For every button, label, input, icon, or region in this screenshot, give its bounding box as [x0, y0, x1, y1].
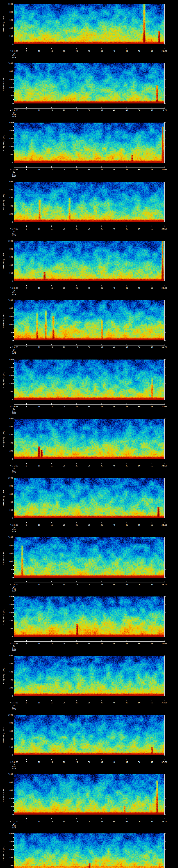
y-axis-tick — [165, 91, 165, 92]
time-axis-tick — [52, 700, 52, 701]
x-tick-label: 45 — [125, 465, 128, 467]
time-axis-tick — [39, 700, 39, 701]
y-axis-tick — [13, 549, 14, 550]
time-axis-tick — [39, 522, 39, 523]
y-axis-title: Frequency (Hz) — [3, 846, 4, 862]
y-axis-tick — [13, 482, 14, 482]
time-axis-tick — [52, 166, 52, 167]
y-axis-tick — [165, 383, 166, 384]
y-tick-label: 600 — [5, 256, 13, 258]
y-tick-label: 400 — [5, 27, 13, 29]
y-axis-tick — [13, 4, 14, 4]
y-tick-label: 800 — [5, 307, 13, 309]
spectrogram-panel: Frequency (Hz)02004006008001000510152025… — [0, 533, 178, 593]
y-axis-tick — [165, 435, 166, 435]
time-axis-tick — [14, 344, 14, 345]
time-axis-tick — [26, 640, 27, 642]
time-axis-tick — [89, 818, 89, 819]
y-axis-tick — [165, 427, 166, 427]
y-axis-tick — [165, 537, 166, 537]
x-tick-label: 25 — [76, 228, 78, 230]
time-axis-tick — [139, 759, 140, 760]
y-axis-tick — [13, 565, 14, 565]
x-tick-label: 50 — [138, 406, 140, 408]
date-line: 2016 — [9, 294, 19, 296]
date-label: 24Oct2016 — [9, 53, 19, 59]
x-tick-label: 10 — [38, 702, 40, 704]
y-axis-tick — [165, 498, 165, 498]
time-axis-tick — [126, 818, 127, 819]
y-axis-tick — [13, 383, 14, 384]
y-axis-tick — [165, 71, 166, 71]
date-label: 24Oct2016 — [9, 705, 19, 710]
y-axis-tick — [165, 392, 166, 392]
time-axis-tick — [26, 403, 27, 404]
y-tick-label: 1000 — [5, 536, 13, 538]
y-axis-tick — [13, 122, 14, 123]
time-axis-tick — [101, 48, 102, 49]
x-tick-label: 30 — [88, 702, 90, 704]
x-tick-label: 55 — [151, 110, 153, 111]
y-axis-left — [14, 537, 14, 578]
time-axis-tick — [164, 640, 165, 642]
time-axis — [14, 345, 165, 345]
time-axis-tick — [39, 818, 39, 819]
y-axis-left — [14, 774, 14, 815]
x-tick-label: 35 — [100, 761, 103, 763]
time-axis-tick — [114, 225, 114, 227]
y-tick-label: 200 — [5, 509, 13, 511]
time-axis-tick — [89, 166, 89, 167]
y-axis-tick — [13, 24, 14, 24]
y-axis-tick — [165, 222, 166, 222]
y-tick-label: 800 — [5, 367, 13, 369]
y-tick-label: 1000 — [5, 299, 13, 301]
time-axis-tick — [39, 285, 39, 286]
time-axis-tick — [152, 640, 152, 642]
y-tick-label: 1000 — [5, 181, 13, 183]
y-axis-title: Frequency (Hz) — [3, 786, 4, 802]
x-tick-label: 40 — [113, 228, 115, 230]
y-tick-label: 1000 — [5, 62, 13, 64]
x-tick-label: 45 — [125, 287, 128, 289]
y-axis-tick — [13, 155, 14, 155]
y-axis-left — [14, 478, 14, 518]
x-tick-label: 15 — [51, 287, 53, 289]
end-time-label: 27:00 — [161, 169, 167, 170]
time-axis-tick — [77, 344, 77, 345]
time-axis-tick — [101, 818, 102, 819]
x-tick-label: 25 — [76, 524, 78, 526]
date-label: 24Oct2016 — [9, 231, 19, 236]
y-tick-label: 400 — [5, 620, 13, 622]
x-tick-label: 50 — [138, 465, 140, 467]
time-axis-tick — [114, 344, 114, 345]
y-axis-tick — [13, 747, 14, 747]
y-axis-tick — [165, 494, 166, 494]
time-axis-tick — [64, 166, 64, 167]
y-axis-tick — [13, 418, 14, 419]
date-line: 2016 — [9, 768, 19, 770]
x-tick-label: 10 — [38, 524, 40, 526]
y-axis-tick — [13, 637, 14, 637]
y-axis-tick — [13, 719, 14, 719]
y-axis-tick — [13, 241, 14, 241]
x-tick-label: 5 — [26, 465, 27, 467]
y-tick-label: 1000 — [5, 359, 13, 361]
time-axis-tick — [26, 285, 27, 286]
y-axis-tick — [13, 447, 14, 447]
time-axis-tick — [39, 107, 39, 108]
x-tick-label: 45 — [125, 820, 128, 823]
time-axis-tick — [139, 285, 140, 286]
x-tick-label: 40 — [113, 287, 115, 289]
y-axis-tick — [165, 482, 165, 482]
x-tick-label: 30 — [88, 643, 90, 645]
x-tick-label: 20 — [63, 524, 65, 526]
y-axis-tick — [165, 138, 166, 139]
x-tick-label: 5 — [26, 584, 27, 585]
y-axis-tick — [165, 328, 165, 329]
y-tick-label: 400 — [5, 679, 13, 681]
time-axis-tick — [101, 640, 102, 642]
y-tick-label: 1000 — [5, 3, 13, 5]
time-axis-tick — [64, 48, 64, 49]
y-axis-tick — [13, 743, 14, 743]
y-axis-tick — [13, 600, 14, 601]
